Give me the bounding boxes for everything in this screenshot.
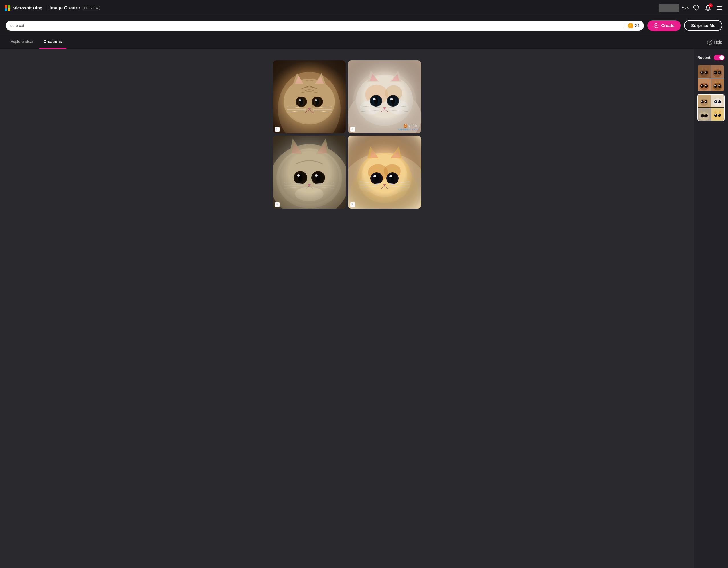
image-card-1[interactable]: b <box>273 60 346 133</box>
svg-rect-73 <box>273 136 346 209</box>
svg-rect-49 <box>348 60 421 133</box>
svg-point-107 <box>705 72 706 73</box>
svg-point-135 <box>704 100 707 103</box>
recent-header: Recent <box>697 55 725 60</box>
image-card-4[interactable]: b <box>348 136 421 209</box>
svg-rect-22 <box>273 60 346 133</box>
svg-point-113 <box>718 71 721 75</box>
thumbnail-group-cats[interactable] <box>697 94 725 121</box>
thumbnail-group-dogs[interactable] <box>697 64 725 92</box>
svg-point-160 <box>715 114 716 115</box>
hamburger-line <box>717 8 722 8</box>
create-label: Create <box>661 23 674 28</box>
boost-number: 24 <box>635 23 640 28</box>
svg-point-153 <box>705 115 706 116</box>
tabs-section: Explore ideas Creations ? Help <box>0 35 728 49</box>
cat-thumb-img-1 <box>698 95 711 107</box>
cat-image-4 <box>348 136 421 209</box>
favorites-button[interactable] <box>692 3 701 13</box>
svg-point-134 <box>701 100 704 103</box>
getty-watermark: b <box>275 127 280 132</box>
cat-thumb-1 <box>698 95 711 107</box>
dog-thumb-img-4 <box>711 78 724 91</box>
surprise-button[interactable]: Surprise Me <box>684 20 722 31</box>
svg-point-161 <box>718 114 720 115</box>
svg-point-159 <box>718 114 721 117</box>
search-section: ⚡ 24 Create Surprise Me <box>0 16 728 35</box>
svg-point-106 <box>701 72 702 73</box>
cat-thumb-3 <box>698 108 711 121</box>
help-label: Help <box>714 40 722 44</box>
dog-thumb-img-2 <box>711 65 724 78</box>
cat-thumb-img-2 <box>711 95 724 107</box>
svg-point-151 <box>704 114 708 118</box>
tabs-left: Explore ideas Creations <box>6 35 707 49</box>
getty-watermark-2: b <box>350 127 355 132</box>
cat-thumb-img-4 <box>711 108 724 121</box>
app-title-area: Image Creator PREVIEW <box>50 5 100 11</box>
svg-point-123 <box>705 85 706 86</box>
menu-button[interactable] <box>715 5 723 11</box>
svg-point-115 <box>718 72 720 73</box>
image-card-3[interactable]: b <box>273 136 346 209</box>
cat-image-2 <box>348 60 421 133</box>
svg-point-129 <box>718 85 720 86</box>
bolt-icon: ⚡ <box>628 23 633 29</box>
svg-point-158 <box>714 114 717 117</box>
cat-thumb-4 <box>711 108 724 121</box>
cat-image-1 <box>273 60 346 133</box>
svg-point-122 <box>701 85 702 86</box>
svg-point-150 <box>701 114 704 118</box>
watermark-text: AHHHHFS.COM <box>398 128 419 131</box>
svg-point-143 <box>718 100 721 103</box>
cat-thumb-img-3 <box>698 108 711 121</box>
hamburger-line <box>717 6 722 7</box>
windows-logo-icon <box>5 5 10 11</box>
search-input[interactable] <box>10 23 621 28</box>
recent-toggle[interactable] <box>714 55 725 60</box>
dog-thumb-1 <box>698 65 711 78</box>
create-icon <box>654 23 659 28</box>
search-box: ⚡ 24 <box>6 21 644 31</box>
cat-thumb-2 <box>711 95 724 107</box>
create-button[interactable]: Create <box>647 20 681 31</box>
svg-point-126 <box>714 84 717 88</box>
dog-thumb-img-3 <box>698 78 711 91</box>
svg-point-152 <box>701 115 703 116</box>
main-content: b <box>0 49 728 568</box>
svg-point-114 <box>714 72 716 73</box>
getty-watermark-4: b <box>350 202 355 207</box>
svg-point-121 <box>704 84 708 88</box>
help-icon: ? <box>707 40 712 45</box>
brand-name: Microsoft Bing <box>13 5 42 10</box>
svg-rect-101 <box>348 136 421 209</box>
brand-logo[interactable]: Microsoft Bing <box>5 5 42 11</box>
cat-image-3 <box>273 136 346 209</box>
boost-indicator: ⚡ 24 <box>624 23 640 29</box>
svg-point-136 <box>701 101 703 102</box>
svg-point-104 <box>700 71 704 75</box>
dog-thumb-img-1 <box>698 65 711 78</box>
hamburger-line <box>717 9 722 10</box>
app-title: Image Creator <box>50 5 80 11</box>
getty-watermark-3: b <box>275 202 280 207</box>
recent-label: Recent <box>697 55 711 60</box>
user-avatar[interactable] <box>659 4 679 12</box>
image-card-2[interactable]: 🍪ahhhh♣ AHHHHFS.COM b <box>348 60 421 133</box>
topnav: Microsoft Bing Image Creator PREVIEW 526… <box>0 0 728 16</box>
dog-thumb-4 <box>711 78 724 91</box>
nav-right: 526 2 <box>659 3 723 13</box>
cat-thumb-grid <box>698 95 724 121</box>
svg-point-120 <box>700 84 704 88</box>
tab-explore[interactable]: Explore ideas <box>6 35 39 49</box>
dog-thumb-2 <box>711 65 724 78</box>
svg-point-127 <box>718 84 721 88</box>
svg-point-112 <box>714 71 717 75</box>
tab-creations[interactable]: Creations <box>39 35 67 49</box>
svg-point-149 <box>699 112 709 121</box>
help-button[interactable]: ? Help <box>707 36 722 49</box>
svg-point-137 <box>705 101 706 102</box>
notifications-button[interactable]: 2 <box>703 3 713 13</box>
dog-thumb-3 <box>698 78 711 91</box>
nav-divider <box>46 5 46 11</box>
